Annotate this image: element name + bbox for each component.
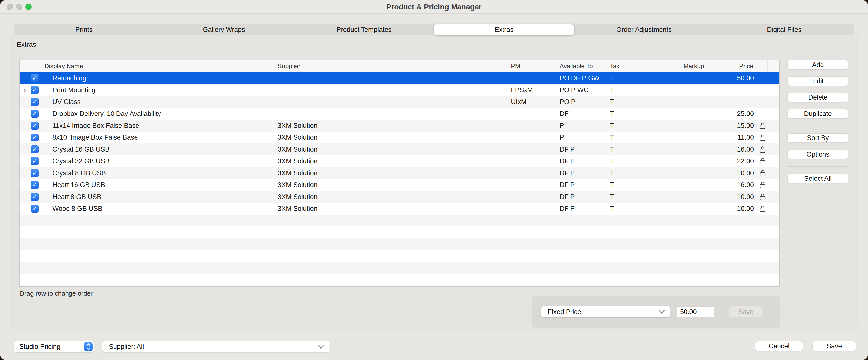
disclosure-chevron-icon[interactable]: › <box>21 84 29 96</box>
price-edit-panel: Fixed Price Save <box>532 296 780 328</box>
button-group-divider <box>787 126 848 126</box>
available-to-cell: DF P <box>556 155 607 167</box>
price-mode-select[interactable]: Fixed Price <box>541 306 670 318</box>
row-checkbox[interactable]: ✓ <box>31 205 38 212</box>
markup-cell <box>620 167 708 179</box>
row-checkbox[interactable]: ✓ <box>31 193 38 201</box>
table-row[interactable]: › ✓ Heart 16 GB USB 3XM Solution DF P T … <box>20 179 779 191</box>
price-cell <box>708 96 757 108</box>
price-save-button-disabled[interactable]: Save <box>729 306 763 317</box>
table-row[interactable]: › ✓ Heart 8 GB USB 3XM Solution DF P T 1… <box>20 191 779 203</box>
end-cell <box>768 84 779 96</box>
display-name-cell: Crystal 32 GB USB <box>41 155 274 167</box>
row-check-cell: › ✓ <box>20 179 41 191</box>
price-cell: 10.00 <box>708 167 757 179</box>
pricing-scheme-popup[interactable]: Studio Pricing <box>14 341 94 352</box>
column-header-supplier[interactable]: Supplier <box>274 60 507 72</box>
row-checkbox[interactable]: ✓ <box>31 145 38 153</box>
tab-digital-files[interactable]: Digital Files <box>714 24 854 35</box>
tab-label: Prints <box>75 26 92 34</box>
table-row[interactable]: › ✓ UV Glass UIxM PO P T <box>20 96 779 108</box>
tax-cell: T <box>607 120 620 132</box>
tab-order-adjustments[interactable]: Order Adjustments <box>574 24 714 35</box>
table-header-row: Display Name Supplier PM Available To Ta… <box>20 60 779 72</box>
column-header-tax[interactable]: Tax <box>607 60 620 72</box>
select-all-button[interactable]: Select All <box>787 174 848 183</box>
column-header-price[interactable]: Price <box>708 60 757 72</box>
drag-order-hint: Drag row to change order <box>20 290 93 297</box>
row-check-cell: › ✓ <box>20 143 41 155</box>
table-row[interactable]: › ✓ 8x10 Image Box False Base 3XM Soluti… <box>20 132 779 143</box>
row-checkbox[interactable]: ✓ <box>31 169 38 177</box>
tab-gallery-wraps[interactable]: Gallery Wraps <box>154 24 294 35</box>
row-check-cell: › ✓ <box>20 84 41 96</box>
add-button[interactable]: Add <box>787 60 848 69</box>
supplier-cell <box>274 72 507 84</box>
table-row[interactable]: › ✓ Dropbox Delivery, 10 Day Availabilit… <box>20 108 779 120</box>
price-cell: 11.00 <box>708 132 757 143</box>
column-header-pm[interactable]: PM <box>507 60 556 72</box>
table-row[interactable]: › ✓ Crystal 8 GB USB 3XM Solution DF P T… <box>20 167 779 179</box>
lock-icon <box>760 181 766 189</box>
end-cell <box>768 155 779 167</box>
supplier-filter-value: Supplier: All <box>109 343 144 350</box>
table-row[interactable]: › ✓ Retouching PO DF P GW … T 50.00 <box>20 72 779 84</box>
row-check-cell: › ✓ <box>20 167 41 179</box>
table-row[interactable]: › ✓ Crystal 16 GB USB 3XM Solution DF P … <box>20 143 779 155</box>
row-checkbox[interactable]: ✓ <box>31 98 38 106</box>
table-row[interactable]: › ✓ Print Mounting FPSxM PO P WG T <box>20 84 779 96</box>
options-button[interactable]: Options <box>787 150 848 159</box>
tax-cell: T <box>607 108 620 120</box>
supplier-cell: 3XM Solution <box>274 179 507 191</box>
column-header-markup[interactable]: Markup <box>620 60 708 72</box>
edit-button[interactable]: Edit <box>787 76 848 86</box>
tab-product-templates[interactable]: Product Templates <box>294 24 434 35</box>
duplicate-button[interactable]: Duplicate <box>787 109 848 119</box>
row-checkbox[interactable]: ✓ <box>31 86 38 94</box>
table-row[interactable]: › ✓ 11x14 Image Box False Base 3XM Solut… <box>20 120 779 132</box>
supplier-cell <box>274 84 507 96</box>
table-row[interactable]: › ✓ Wood 8 GB USB 3XM Solution DF P T 10… <box>20 203 779 215</box>
table-row[interactable]: › ✓ Crystal 32 GB USB 3XM Solution DF P … <box>20 155 779 167</box>
delete-button[interactable]: Delete <box>787 93 848 102</box>
display-name-cell: Heart 8 GB USB <box>41 191 274 203</box>
cancel-button[interactable]: Cancel <box>755 341 803 351</box>
row-checkbox[interactable]: ✓ <box>31 122 38 130</box>
end-cell <box>768 132 779 143</box>
display-name-cell: UV Glass <box>41 96 274 108</box>
pm-cell <box>507 155 556 167</box>
markup-cell <box>620 143 708 155</box>
column-header-available-to[interactable]: Available To <box>556 60 607 72</box>
pm-cell <box>507 72 556 84</box>
row-checkbox[interactable]: ✓ <box>31 157 38 165</box>
display-name-cell: Wood 8 GB USB <box>41 203 274 215</box>
lock-icon <box>760 193 766 200</box>
row-checkbox[interactable]: ✓ <box>31 133 38 141</box>
supplier-filter-select[interactable]: Supplier: All <box>102 341 330 352</box>
pm-cell: FPSxM <box>507 84 556 96</box>
row-checkbox[interactable]: ✓ <box>31 74 38 82</box>
lock-cell <box>757 143 768 155</box>
available-to-cell: DF P <box>556 167 607 179</box>
column-header-display-name[interactable]: Display Name <box>41 60 274 72</box>
table-body: › ✓ Retouching PO DF P GW … T 50.00 › ✓ <box>20 72 779 215</box>
display-name-cell: Heart 16 GB USB <box>41 179 274 191</box>
sort-by-button[interactable]: Sort By <box>787 133 848 143</box>
pm-cell <box>507 191 556 203</box>
row-checkbox[interactable]: ✓ <box>31 110 38 118</box>
lock-cell <box>757 167 768 179</box>
lock-icon <box>760 134 766 141</box>
lock-cell <box>757 179 768 191</box>
row-check-cell: › ✓ <box>20 191 41 203</box>
price-amount-input[interactable] <box>677 306 714 317</box>
tab-extras[interactable]: Extras <box>434 24 574 35</box>
tax-cell: T <box>607 179 620 191</box>
end-cell <box>768 108 779 120</box>
tab-prints[interactable]: Prints <box>14 24 154 35</box>
row-checkbox[interactable]: ✓ <box>31 181 38 189</box>
column-header-lock <box>757 60 768 72</box>
lock-icon <box>760 122 766 129</box>
markup-cell <box>620 203 708 215</box>
available-to-cell: DF P <box>556 143 607 155</box>
save-button[interactable]: Save <box>812 341 856 351</box>
